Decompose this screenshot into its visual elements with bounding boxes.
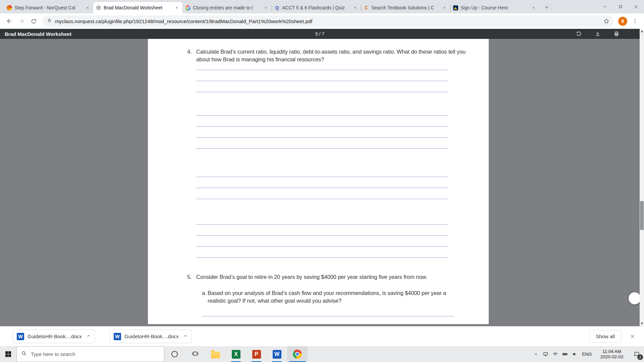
- profile-avatar[interactable]: 9: [618, 17, 627, 26]
- rotate-icon[interactable]: [576, 31, 582, 37]
- speaker-icon[interactable]: [570, 346, 580, 362]
- search-icon: [21, 351, 27, 358]
- answer-line: [196, 115, 448, 116]
- tab-step-forward[interactable]: Step Forward - NorQuest Col: [4, 2, 93, 13]
- lock-icon[interactable]: [47, 18, 52, 24]
- download-filename: GuidetoHR-Book....docx: [124, 334, 179, 339]
- powerpoint-button[interactable]: P: [246, 346, 267, 362]
- answer-line: [196, 235, 448, 236]
- floating-button[interactable]: [629, 292, 641, 304]
- display-icon[interactable]: [541, 346, 550, 362]
- back-button[interactable]: [3, 15, 15, 27]
- scroll-down-icon[interactable]: [640, 321, 644, 326]
- start-button[interactable]: [0, 346, 16, 362]
- print-icon[interactable]: [613, 31, 620, 37]
- question-5-number: 5.: [187, 273, 192, 281]
- globe-icon: [96, 5, 101, 10]
- tab-title: Closing entries are made to t: [193, 5, 260, 10]
- tab-close-icon[interactable]: [352, 5, 358, 11]
- pdf-page: 4. Calculate Brad’s current ratio, liqui…: [148, 39, 489, 324]
- reload-button[interactable]: [28, 15, 40, 27]
- tab-strip: Step Forward - NorQuest Col Brad MacDona…: [0, 0, 644, 13]
- taskbar-search[interactable]: [16, 346, 164, 362]
- task-view-button[interactable]: [185, 346, 205, 362]
- answer-line: [196, 148, 448, 149]
- chrome-button[interactable]: [287, 346, 308, 362]
- word-file-icon: W: [17, 333, 24, 340]
- answer-line: [196, 70, 448, 70]
- downloads-bar: W GuidetoHR-Book....docx W GuidetoHR-Boo…: [0, 326, 644, 346]
- answer-line: [196, 246, 448, 247]
- close-window-button[interactable]: [628, 0, 644, 13]
- excel-icon: X: [232, 350, 240, 359]
- question-4-number: 4.: [187, 48, 192, 56]
- battery-icon[interactable]: [560, 346, 570, 362]
- task-view-icon: [192, 350, 199, 359]
- taskbar-clock[interactable]: 11:04 AM 2020-02-02: [594, 346, 629, 362]
- scrollbar-thumb[interactable]: [640, 201, 644, 230]
- forward-button[interactable]: [15, 15, 28, 27]
- tab-title: Brad MacDonald Worksheet: [104, 5, 171, 10]
- tab-close-icon[interactable]: [530, 5, 537, 11]
- window-controls: [597, 0, 644, 13]
- taskbar: X P W ENG 11:04 AM 2020-: [0, 346, 644, 362]
- language-indicator[interactable]: ENG: [580, 346, 594, 362]
- clock-date: 2020-02-02: [600, 354, 623, 360]
- answer-line: [196, 92, 448, 92]
- tab-brad-macdonald-worksheet[interactable]: Brad MacDonald Worksheet: [93, 2, 182, 13]
- tab-close-icon[interactable]: [84, 5, 91, 11]
- maximize-button[interactable]: [612, 0, 628, 13]
- bookmark-star-icon[interactable]: [601, 16, 611, 26]
- chevron-up-icon[interactable]: [86, 333, 91, 340]
- folder-icon: [211, 352, 220, 358]
- course-hero-icon: [453, 5, 458, 10]
- google-icon: [185, 5, 191, 10]
- tab-title: Sign Up - Course Hero: [461, 5, 528, 10]
- download-item[interactable]: W GuidetoHR-Book....docx: [109, 329, 192, 343]
- answer-line: [196, 137, 448, 138]
- cortana-button[interactable]: [164, 346, 185, 362]
- pdf-toolbar: Brad MacDonald Worksheet 5 / 7: [0, 29, 640, 39]
- close-downloads-icon[interactable]: [626, 330, 639, 343]
- page-scrollbar[interactable]: [640, 29, 644, 326]
- download-icon[interactable]: [595, 31, 601, 37]
- file-explorer-button[interactable]: [205, 346, 226, 362]
- tab-close-icon[interactable]: [441, 5, 447, 11]
- answer-line: [196, 81, 448, 81]
- omnibox[interactable]: myclass.norquest.ca/pluginfile.php/19212…: [42, 15, 613, 27]
- answer-line: [196, 257, 448, 258]
- chegg-icon: C: [364, 5, 369, 10]
- pdf-viewer-background: 4. Calculate Brad’s current ratio, liqui…: [0, 39, 640, 326]
- download-item[interactable]: W GuidetoHR-Book....docx: [12, 329, 95, 343]
- chrome-icon: [293, 350, 302, 359]
- chrome-window: Step Forward - NorQuest Col Brad MacDona…: [0, 0, 644, 362]
- pdf-document-title: Brad MacDonald Worksheet: [5, 31, 71, 37]
- tab-close-icon[interactable]: [173, 5, 180, 11]
- scroll-up-icon[interactable]: [640, 29, 644, 34]
- excel-button[interactable]: X: [226, 346, 246, 362]
- search-input[interactable]: [31, 351, 164, 357]
- cortana-icon: [171, 351, 178, 357]
- word-icon: W: [273, 350, 281, 359]
- word-button[interactable]: W: [267, 346, 287, 362]
- windows-logo-icon: [5, 351, 11, 357]
- download-filename: GuidetoHR-Book....docx: [28, 334, 82, 339]
- answer-line: [196, 224, 448, 225]
- minimize-button[interactable]: [597, 0, 612, 13]
- tab-title: ACCT 5 & 6 Flashcards | Quiz: [282, 5, 350, 10]
- tray-chevron-up-icon[interactable]: [531, 346, 541, 362]
- chevron-up-icon[interactable]: [183, 333, 188, 340]
- action-center-button[interactable]: 2: [629, 346, 644, 362]
- tab-acct-flashcards[interactable]: Q ACCT 5 & 6 Flashcards | Quiz: [272, 2, 361, 13]
- tab-closing-entries[interactable]: Closing entries are made to t: [182, 2, 272, 13]
- question-5a-text: Based on your analysis of Brad’s cash fl…: [208, 289, 459, 305]
- norquest-favicon-icon: [7, 5, 12, 10]
- tab-course-hero[interactable]: Sign Up - Course Hero: [450, 2, 539, 13]
- new-tab-button[interactable]: [542, 3, 551, 12]
- wifi-icon[interactable]: [550, 346, 560, 362]
- show-all-button[interactable]: Show all: [589, 330, 621, 343]
- tab-textbook-solutions[interactable]: C Search Textbook Solutions | C: [361, 2, 450, 13]
- url-text[interactable]: myclass.norquest.ca/pluginfile.php/19212…: [55, 18, 601, 24]
- tab-close-icon[interactable]: [263, 5, 269, 11]
- browser-menu-icon[interactable]: [629, 15, 641, 27]
